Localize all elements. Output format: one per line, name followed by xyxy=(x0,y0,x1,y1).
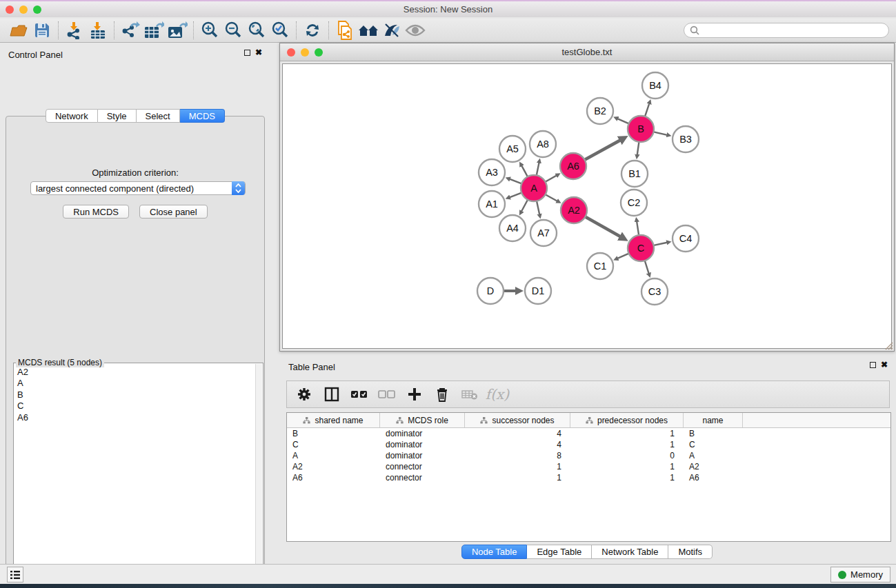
table-cell: B xyxy=(287,429,380,438)
table-row[interactable]: Adominator80A xyxy=(287,450,890,461)
zoom-fit-icon[interactable] xyxy=(245,21,268,40)
table-row[interactable]: A2connector11A2 xyxy=(287,461,890,472)
export-image-icon[interactable] xyxy=(166,21,189,40)
tab-node-table[interactable]: Node Table xyxy=(461,545,528,559)
destroy-table-icon[interactable] xyxy=(461,385,479,403)
edge-B-B4[interactable] xyxy=(644,103,649,118)
dropdown-stepper-icon[interactable] xyxy=(232,181,245,195)
search-input[interactable] xyxy=(703,26,883,35)
column-header-predecessor-nodes[interactable]: predecessor nodes xyxy=(570,413,684,427)
table-row[interactable]: A6connector11A6 xyxy=(287,472,890,483)
run-mcds-button[interactable]: Run MCDS xyxy=(63,205,129,219)
edge-C-C2[interactable] xyxy=(637,221,639,236)
edge-B-B3[interactable] xyxy=(653,132,668,135)
edge-A-A2[interactable] xyxy=(544,194,557,201)
zoom-selected-icon[interactable] xyxy=(268,21,292,40)
toolbar-separator xyxy=(58,21,59,39)
table-cell: 4 xyxy=(465,429,570,438)
close-panel-icon[interactable]: ✖ xyxy=(255,50,262,56)
tab-mcds[interactable]: MCDS xyxy=(180,109,225,123)
table-cell: A6 xyxy=(684,473,743,483)
show-graphics-details-icon[interactable] xyxy=(404,21,427,40)
result-item[interactable]: B xyxy=(17,389,255,401)
network-canvas[interactable]: B4B2BB3A8A5A6A3B1AA1C2A2A4A7CC4C1C3DD1 xyxy=(282,63,892,349)
home-icon[interactable] xyxy=(357,21,380,40)
tab-network[interactable]: Network xyxy=(46,109,98,123)
graph-node-label: C1 xyxy=(594,261,607,272)
edge-C-C4[interactable] xyxy=(653,243,668,246)
table-cell: dominator xyxy=(380,429,465,438)
table-cell: A6 xyxy=(287,473,380,483)
search-icon xyxy=(690,26,699,35)
toolbar-separator xyxy=(114,21,115,39)
graph-node-label: A xyxy=(530,183,537,194)
table-cell: 0 xyxy=(570,451,684,460)
export-table-icon[interactable] xyxy=(142,21,166,40)
select-all-icon[interactable] xyxy=(350,385,368,403)
close-table-panel-icon[interactable]: ✖ xyxy=(881,362,888,368)
window-title: Session: New Session xyxy=(0,4,896,14)
clone-network-icon[interactable] xyxy=(333,21,357,40)
edge-C-C3[interactable] xyxy=(644,259,649,274)
resize-grip-icon[interactable] xyxy=(884,341,893,350)
function-builder-icon[interactable]: f(x) xyxy=(488,385,506,403)
graph-node-label: D xyxy=(487,285,494,296)
column-header-shared-name[interactable]: shared name xyxy=(287,413,380,427)
result-item[interactable]: C xyxy=(17,401,255,412)
table-cell: A xyxy=(684,451,743,460)
export-network-icon[interactable] xyxy=(119,21,142,40)
table-cell: A2 xyxy=(684,462,743,472)
network-window-titlebar[interactable]: testGlobe.txt xyxy=(280,43,894,61)
table-settings-icon[interactable] xyxy=(295,385,313,403)
tab-network-table[interactable]: Network Table xyxy=(592,545,668,559)
table-row[interactable]: Cdominator41C xyxy=(287,439,890,450)
mcds-result-box: MCDS result (5 nodes) A2ABCA6 xyxy=(13,363,263,588)
split-view-icon[interactable] xyxy=(323,385,341,403)
search-box[interactable] xyxy=(684,23,889,38)
delete-column-icon[interactable] xyxy=(433,385,451,403)
result-scrollbar[interactable] xyxy=(255,364,262,588)
import-network-icon[interactable] xyxy=(63,21,86,40)
toolbar-separator xyxy=(328,21,329,39)
task-history-button[interactable] xyxy=(7,567,23,582)
fx-label: f(x) xyxy=(486,386,509,403)
tab-select[interactable]: Select xyxy=(137,109,180,123)
close-panel-button[interactable]: Close panel xyxy=(139,205,208,219)
column-header-name[interactable]: name xyxy=(684,413,743,427)
memory-button[interactable]: Memory xyxy=(830,567,890,582)
import-table-icon[interactable] xyxy=(86,21,110,40)
toolbar-separator xyxy=(193,21,194,39)
table-row[interactable]: Bdominator41B xyxy=(287,428,890,439)
column-header-MCDS-role[interactable]: MCDS role xyxy=(380,413,465,427)
optimization-criterion-dropdown[interactable]: largest connected component (directed) xyxy=(30,181,246,195)
edge-A6-B[interactable] xyxy=(584,140,621,161)
graph-node-label: B1 xyxy=(628,168,641,179)
table-panel-title: Table Panel xyxy=(288,362,335,372)
result-item[interactable]: A6 xyxy=(17,412,255,423)
edge-A-A7[interactable] xyxy=(537,200,540,215)
float-panel-icon[interactable] xyxy=(244,50,250,56)
column-type-icon xyxy=(480,417,488,424)
table-cell: A2 xyxy=(287,462,380,472)
save-session-icon[interactable] xyxy=(30,21,54,40)
column-header-successor-nodes[interactable]: successor nodes xyxy=(465,413,570,427)
tab-motifs[interactable]: Motifs xyxy=(668,545,713,559)
float-table-panel-icon[interactable] xyxy=(870,362,876,368)
add-column-icon[interactable] xyxy=(406,385,424,403)
node-table[interactable]: shared nameMCDS rolesuccessor nodesprede… xyxy=(286,412,891,542)
table-cell: connector xyxy=(380,462,465,472)
hide-graphics-details-icon[interactable] xyxy=(380,21,404,40)
result-item[interactable]: A xyxy=(17,378,255,389)
deselect-all-icon[interactable] xyxy=(378,385,396,403)
edge-A2-C[interactable] xyxy=(584,216,621,236)
mcds-result-list[interactable]: A2ABCA6 xyxy=(14,364,255,588)
zoom-out-icon[interactable] xyxy=(221,21,245,40)
tab-edge-table[interactable]: Edge Table xyxy=(527,545,592,559)
graph-node-label: B3 xyxy=(679,134,692,145)
dropdown-value: largest connected component (directed) xyxy=(36,183,194,194)
zoom-in-icon[interactable] xyxy=(198,21,221,40)
tab-style[interactable]: Style xyxy=(98,109,137,123)
open-session-icon[interactable] xyxy=(7,21,30,40)
refresh-icon[interactable] xyxy=(301,21,324,40)
result-item[interactable]: A2 xyxy=(17,367,255,378)
